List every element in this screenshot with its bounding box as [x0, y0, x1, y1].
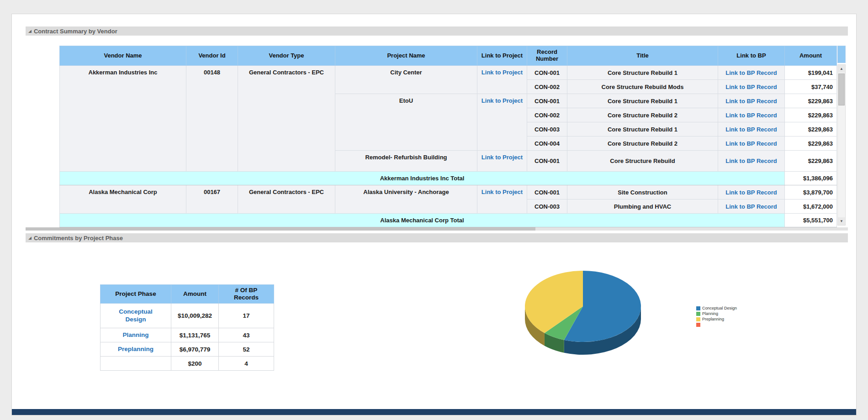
amount-cell: $3,879,700: [785, 185, 837, 200]
phase-records-cell: 4: [219, 357, 274, 371]
record-number-cell: CON-003: [527, 122, 567, 136]
title-cell: Core Structure Rebuild 1: [567, 66, 718, 80]
dashboard-panel: ◢ Contract Summary by Vendor Vendor Name…: [11, 14, 857, 415]
vendor-total-amount: $1,386,096: [785, 172, 837, 185]
table-header-row: Vendor NameVendor IdVendor TypeProject N…: [60, 46, 837, 66]
link-to-project-link[interactable]: Link to Project: [482, 154, 523, 161]
vendor-name-cell: Akkerman Industries Inc: [60, 66, 186, 172]
amount-cell: $229,863: [785, 136, 837, 151]
link-to-bp-cell: Link to BP Record: [718, 136, 785, 151]
table-row: Planning$1,131,76543: [101, 328, 274, 342]
link-to-bp-link[interactable]: Link to BP Record: [725, 84, 777, 90]
collapse-icon[interactable]: ◢: [28, 236, 32, 240]
vendor-id-cell: 00148: [186, 66, 238, 172]
link-to-bp-cell: Link to BP Record: [718, 80, 785, 94]
title-cell: Core Structure Rebuild 1: [567, 94, 718, 108]
vendor-total-row: Akkerman Industries Inc Total$1,386,096: [60, 172, 837, 185]
link-to-project-link[interactable]: Link to Project: [482, 97, 523, 104]
project-name-cell: Remodel- Refurbish Building: [335, 151, 477, 172]
column-header: Project Name: [335, 46, 477, 66]
link-to-project-cell: Link to Project: [477, 66, 527, 94]
link-to-bp-cell: Link to BP Record: [718, 185, 785, 200]
link-to-project-cell: Link to Project: [477, 185, 527, 214]
link-to-bp-link[interactable]: Link to BP Record: [725, 189, 777, 196]
link-to-project-link[interactable]: Link to Project: [482, 69, 523, 76]
section-header-contract-summary[interactable]: ◢ Contract Summary by Vendor: [26, 26, 848, 36]
record-number-cell: CON-003: [527, 200, 567, 214]
phase-link[interactable]: Planning: [123, 331, 149, 338]
phase-cell: Planning: [101, 328, 171, 342]
legend-item: Planning: [696, 311, 737, 316]
vendor-total-row: Alaska Mechanical Corp Total$5,551,700: [60, 214, 837, 227]
title-cell: Plumbing and HVAC: [567, 200, 718, 214]
record-number-cell: CON-001: [527, 66, 567, 80]
legend-item: [696, 322, 737, 327]
title-cell: Core Structure Rebuild 1: [567, 122, 718, 136]
table-row: Preplanning$6,970,77952: [101, 342, 274, 357]
section-header-commitments-by-phase[interactable]: ◢ Commitments by Project Phase: [26, 233, 848, 242]
link-to-bp-cell: Link to BP Record: [718, 200, 785, 214]
title-cell: Core Structure Rebuild 2: [567, 136, 718, 151]
phase-link[interactable]: Conceptual Design: [119, 308, 153, 322]
link-to-bp-link[interactable]: Link to BP Record: [725, 203, 777, 210]
title-cell: Core Structure Rebuild 2: [567, 108, 718, 122]
legend-label: Conceptual Design: [702, 306, 737, 310]
bottom-bar: [12, 409, 856, 415]
vendor-id-cell: 00167: [186, 185, 238, 214]
phase-cell: Conceptual Design: [101, 304, 171, 328]
table-row: Akkerman Industries Inc00148General Cont…: [60, 66, 837, 80]
pie-chart: [512, 256, 667, 370]
legend-swatch: [696, 317, 700, 321]
amount-cell: $199,041: [785, 66, 837, 80]
column-header: Amount: [785, 46, 837, 66]
horizontal-scrollbar-thumb[interactable]: [26, 227, 535, 231]
link-to-bp-cell: Link to BP Record: [718, 151, 785, 172]
phase-amount-cell: $6,970,779: [171, 342, 219, 357]
amount-cell: $229,863: [785, 94, 837, 108]
scrollbar-thumb[interactable]: [838, 74, 845, 105]
column-header: # Of BP Records: [219, 285, 274, 304]
column-header: Title: [567, 46, 718, 66]
amount-cell: $229,863: [785, 108, 837, 122]
section-title: Contract Summary by Vendor: [34, 28, 117, 35]
link-to-project-cell: Link to Project: [477, 94, 527, 151]
phase-cell: Preplanning: [101, 342, 171, 357]
phase-amount-cell: $200: [171, 357, 219, 371]
table-row: $2004: [101, 357, 274, 371]
link-to-bp-link[interactable]: Link to BP Record: [725, 140, 777, 147]
vendor-type-cell: General Contractors - EPC: [238, 185, 335, 214]
legend-swatch: [696, 306, 700, 310]
horizontal-scrollbar[interactable]: [26, 227, 848, 231]
amount-cell: $1,672,000: [785, 200, 837, 214]
scroll-down-button[interactable]: ▼: [838, 217, 845, 225]
link-to-project-link[interactable]: Link to Project: [482, 189, 523, 195]
vendor-name-cell: Alaska Mechanical Corp: [60, 185, 186, 214]
column-header: Record Number: [527, 46, 567, 66]
record-number-cell: CON-001: [527, 151, 567, 172]
collapse-icon[interactable]: ◢: [28, 29, 32, 33]
phase-link[interactable]: Preplanning: [118, 346, 153, 352]
amount-cell: $229,863: [785, 151, 837, 172]
phase-amount-cell: $1,131,765: [171, 328, 219, 342]
phase-records-cell: 43: [219, 328, 274, 342]
link-to-bp-link[interactable]: Link to BP Record: [725, 69, 777, 76]
title-cell: Core Structure Rebuild Mods: [567, 80, 718, 94]
link-to-bp-link[interactable]: Link to BP Record: [725, 112, 777, 119]
column-header: Amount: [171, 285, 219, 304]
link-to-bp-link[interactable]: Link to BP Record: [725, 126, 777, 133]
link-to-bp-link[interactable]: Link to BP Record: [725, 98, 777, 105]
vertical-scrollbar[interactable]: ▲ ▼: [837, 64, 846, 226]
legend-swatch: [696, 323, 700, 327]
link-to-bp-cell: Link to BP Record: [718, 94, 785, 108]
table-row: Conceptual Design$10,009,28217: [101, 304, 274, 328]
legend-label: Preplanning: [702, 317, 724, 321]
phase-records-cell: 52: [219, 342, 274, 357]
scroll-up-button[interactable]: ▲: [838, 65, 845, 73]
project-name-cell: EtoU: [335, 94, 477, 151]
section-title: Commitments by Project Phase: [34, 235, 123, 242]
link-to-bp-link[interactable]: Link to BP Record: [725, 158, 777, 164]
table-row: Alaska Mechanical Corp00167General Contr…: [60, 185, 837, 200]
column-header: Vendor Name: [60, 46, 186, 66]
legend-swatch: [696, 312, 700, 316]
link-to-bp-cell: Link to BP Record: [718, 66, 785, 80]
